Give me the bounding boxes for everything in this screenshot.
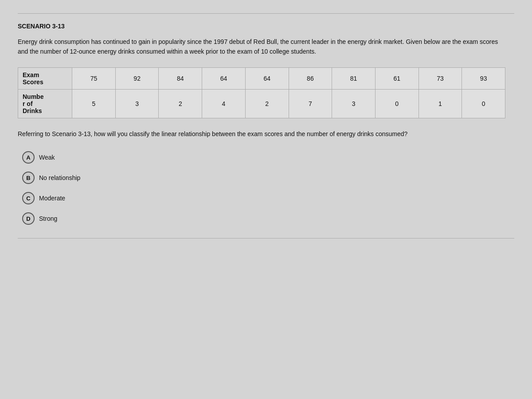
option-c-label: Moderate: [39, 195, 65, 202]
score-9: 73: [419, 67, 462, 89]
drinks-4: 4: [202, 89, 246, 118]
drinks-6: 7: [289, 89, 332, 118]
score-2: 92: [115, 67, 159, 89]
exam-scores-label: ExamScores: [18, 67, 72, 89]
option-a-label: Weak: [39, 154, 55, 161]
page: SCENARIO 3-13 Energy drink consumption h…: [0, 0, 532, 399]
drinks-7: 3: [332, 89, 376, 118]
option-d-circle: D: [22, 212, 35, 225]
drinks-9: 1: [419, 89, 462, 118]
drinks-1: 5: [72, 89, 116, 118]
drinks-5: 2: [245, 89, 289, 118]
score-5: 64: [245, 67, 289, 89]
option-c[interactable]: C Moderate: [22, 192, 514, 204]
option-b-label: No relationship: [39, 174, 80, 181]
score-7: 81: [332, 67, 376, 89]
table-row-drinks: Number ofDrinks 5 3 2 4 2 7 3 0 1 0: [18, 89, 505, 118]
bottom-divider: [18, 238, 514, 239]
drinks-2: 3: [115, 89, 159, 118]
score-6: 86: [289, 67, 332, 89]
option-c-circle: C: [22, 192, 35, 204]
scenario-title: SCENARIO 3-13: [18, 23, 514, 30]
score-8: 61: [375, 67, 419, 89]
table-row-scores: ExamScores 75 92 84 64 64 86 81 61 73 93: [18, 67, 505, 89]
option-a[interactable]: A Weak: [22, 151, 514, 164]
drinks-3: 2: [159, 89, 202, 118]
score-1: 75: [72, 67, 116, 89]
drinks-label: Number ofDrinks: [18, 89, 72, 118]
question-text: Referring to Scenario 3-13, how will you…: [18, 129, 505, 139]
option-b-circle: B: [22, 172, 35, 184]
score-10: 93: [462, 67, 505, 89]
scenario-description: Energy drink consumption has continued t…: [18, 37, 505, 57]
option-d-label: Strong: [39, 215, 57, 222]
drinks-10: 0: [462, 89, 505, 118]
option-d[interactable]: D Strong: [22, 212, 514, 225]
option-a-circle: A: [22, 151, 35, 164]
data-table: ExamScores 75 92 84 64 64 86 81 61 73 93…: [18, 67, 505, 118]
options-list: A Weak B No relationship C Moderate D St…: [18, 151, 514, 225]
score-3: 84: [159, 67, 202, 89]
drinks-8: 0: [375, 89, 419, 118]
top-divider: [18, 13, 514, 14]
score-4: 64: [202, 67, 246, 89]
option-b[interactable]: B No relationship: [22, 172, 514, 184]
